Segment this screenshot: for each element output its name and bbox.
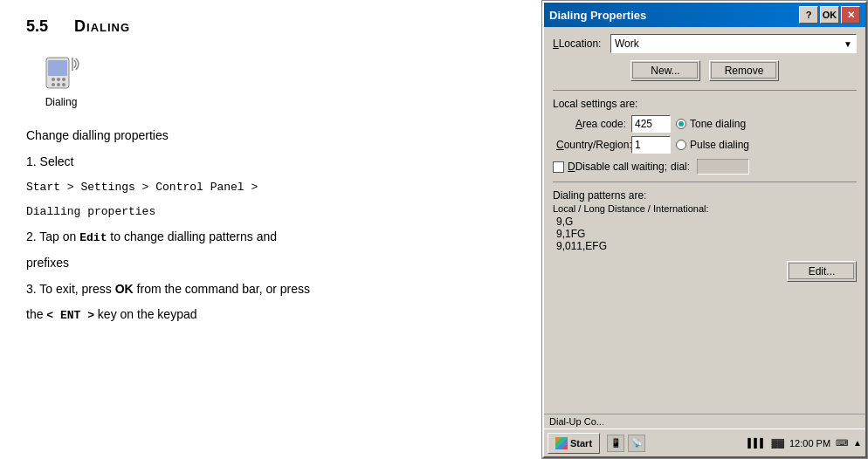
area-code-row: Area code: Tone dialing <box>556 115 853 133</box>
svg-point-6 <box>57 83 60 86</box>
step1-text: 1. Select <box>26 152 515 173</box>
new-button[interactable]: New... <box>630 60 700 81</box>
svg-point-7 <box>62 83 65 86</box>
dialog-window: Dialing Properties ? OK ✕ LLocation: Wor… <box>542 1 867 458</box>
pattern-2: 9,1FG <box>556 228 857 240</box>
separator-2 <box>553 182 857 182</box>
close-button[interactable]: ✕ <box>841 6 860 24</box>
country-label: Country/Region: <box>556 139 626 151</box>
location-dropdown[interactable]: Work ▼ <box>610 34 857 53</box>
svg-point-3 <box>57 78 60 81</box>
keyboard-icon: ⌨ <box>836 438 848 448</box>
step3-prefix: 3. To exit, press <box>26 282 115 296</box>
separator-1 <box>553 90 857 91</box>
step2-prefix: 2. Tap on <box>26 230 79 243</box>
step3-middle: from the command bar, or press <box>134 282 310 296</box>
section-header: 5.5 Dialing <box>26 17 515 36</box>
disable-waiting-label: DDisable call waiting; <box>568 161 667 173</box>
tone-dialing-option[interactable]: Tone dialing <box>676 118 746 130</box>
step3c-text: the < ENT > key on the keypad <box>26 305 515 325</box>
location-value: Work <box>615 38 639 50</box>
dialup-label: Dial-Up Co... <box>549 416 604 427</box>
dialog-body: LLocation: Work ▼ New... Remove Local se… <box>544 27 865 414</box>
tone-dialing-label: Tone dialing <box>690 118 746 130</box>
patterns-subtitle: Local / Long Distance / International: <box>553 203 857 214</box>
pulse-dialing-option[interactable]: Pulse dialing <box>676 139 749 151</box>
content-text: Change dialling properties 1. Select Sta… <box>26 126 515 326</box>
start-button[interactable]: Start <box>548 433 600 454</box>
svg-rect-1 <box>48 60 67 76</box>
signal-icon: ▌▌▌ <box>747 438 766 448</box>
pattern-1: 9,G <box>556 216 857 228</box>
taskbar-right: ▌▌▌ ▓▓ 12:00 PM ⌨ ▲ <box>747 438 862 449</box>
new-remove-row: New... Remove <box>553 60 857 81</box>
step2-edit: Edit <box>79 231 107 244</box>
step1-code1: Start > Settings > Control Panel > <box>26 178 515 197</box>
left-panel: 5.5 Dialing Dialing Change dialling prop… <box>0 0 541 459</box>
step3-text: 3. To exit, press OK from the command ba… <box>26 279 515 300</box>
step2-suffix: to change dialling patterns and <box>107 230 277 243</box>
edit-button[interactable]: Edit... <box>787 261 857 282</box>
location-label: LLocation: <box>553 38 605 50</box>
step2c-text: prefixes <box>26 253 515 274</box>
taskbar-icon-2[interactable]: 📡 <box>628 435 645 452</box>
location-row: LLocation: Work ▼ <box>553 34 857 53</box>
remove-button[interactable]: Remove <box>709 60 779 81</box>
dialing-phone-icon <box>39 53 83 92</box>
step3-ok: OK <box>115 282 134 296</box>
area-code-input[interactable] <box>631 115 671 133</box>
dial-label: dial: <box>671 161 690 173</box>
help-button[interactable]: ? <box>799 6 818 24</box>
intro-text: Change dialling properties <box>26 126 515 147</box>
taskbar-clock: 12:00 PM <box>789 438 830 449</box>
taskbar-icon-1[interactable]: 📱 <box>607 435 624 452</box>
settings-grid: Area code: Tone dialing Country/Region: <box>553 115 857 154</box>
svg-point-2 <box>52 78 55 81</box>
patterns-title: Dialing patterns are: <box>553 189 857 202</box>
dialog-titlebar: Dialing Properties ? OK ✕ <box>544 3 865 27</box>
dropdown-arrow-icon: ▼ <box>844 39 852 49</box>
start-label: Start <box>570 438 592 449</box>
dial-input[interactable] <box>697 159 749 175</box>
section-number: 5.5 <box>26 17 48 36</box>
step1-code2: Dialling properties <box>26 202 515 222</box>
step3d-text: key on the keypad <box>94 307 197 321</box>
dialing-icon-label: Dialing <box>45 96 78 108</box>
tone-dialing-radio[interactable] <box>676 119 686 129</box>
disable-waiting-checkbox[interactable] <box>553 161 564 173</box>
country-input[interactable] <box>631 136 671 154</box>
pulse-dialing-radio[interactable] <box>676 140 686 150</box>
pulse-dialing-label: Pulse dialing <box>690 139 749 151</box>
taskbar-icons: 📱 📡 <box>607 435 645 452</box>
arrow-up-icon: ▲ <box>853 438 862 448</box>
dialup-row: Dial-Up Co... <box>544 414 865 428</box>
windows-logo-icon <box>555 437 568 449</box>
taskbar: Start 📱 📡 ▌▌▌ ▓▓ 12:00 PM ⌨ ▲ <box>544 428 865 456</box>
country-row: Country/Region: Pulse dialing <box>556 136 853 154</box>
dialog-title: Dialing Properties <box>549 9 799 22</box>
battery-icon: ▓▓ <box>771 438 784 448</box>
svg-point-5 <box>52 83 55 86</box>
area-code-label: Area code: <box>556 118 626 130</box>
svg-point-4 <box>62 78 65 81</box>
dialing-icon-area: Dialing <box>26 53 96 108</box>
step2-text: 2. Tap on Edit to change dialling patter… <box>26 227 515 248</box>
right-panel: Dialing Properties ? OK ✕ LLocation: Wor… <box>541 0 868 459</box>
ok-title-button[interactable]: OK <box>820 6 839 24</box>
titlebar-buttons: ? OK ✕ <box>799 6 860 24</box>
step3c-the: the <box>26 307 46 321</box>
patterns-section: Dialing patterns are: Local / Long Dista… <box>553 189 857 252</box>
disable-call-waiting-row: DDisable call waiting; dial: <box>553 159 857 175</box>
section-title: Dialing <box>74 17 130 36</box>
local-settings-label: Local settings are: <box>553 98 857 110</box>
step3-key: < ENT > <box>46 309 94 322</box>
pattern-3: 9,011,EFG <box>556 240 857 252</box>
edit-btn-row: Edit... <box>553 261 857 282</box>
